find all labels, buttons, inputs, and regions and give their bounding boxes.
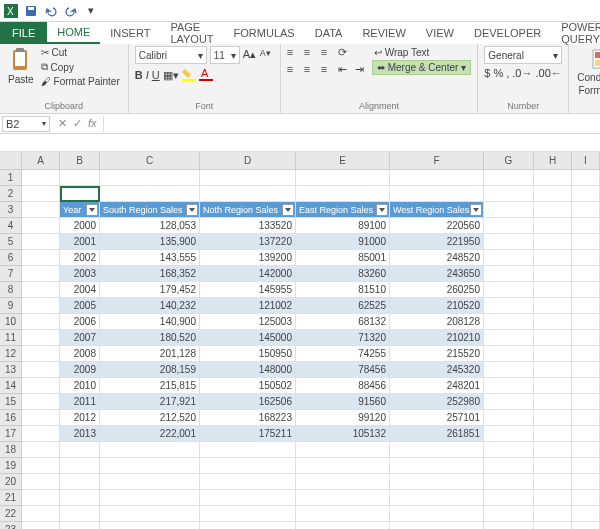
table-cell[interactable]: 212,520 bbox=[100, 410, 200, 426]
tab-developer[interactable]: DEVELOPER bbox=[464, 22, 551, 44]
cell[interactable] bbox=[572, 442, 600, 458]
table-header-south[interactable]: South Region Sales bbox=[100, 202, 200, 218]
table-cell[interactable]: 83260 bbox=[296, 266, 390, 282]
row-header[interactable]: 1 bbox=[0, 170, 22, 186]
tab-page-layout[interactable]: PAGE LAYOUT bbox=[160, 22, 223, 44]
table-cell[interactable]: 257101 bbox=[390, 410, 484, 426]
table-cell[interactable]: 179,452 bbox=[100, 282, 200, 298]
shrink-font-icon[interactable]: A▾ bbox=[260, 48, 274, 62]
row-header[interactable]: 20 bbox=[0, 474, 22, 490]
formula-bar-input[interactable] bbox=[103, 116, 600, 132]
cell[interactable] bbox=[390, 490, 484, 506]
table-cell[interactable]: 145000 bbox=[200, 330, 296, 346]
cell[interactable] bbox=[22, 378, 60, 394]
cell[interactable] bbox=[22, 458, 60, 474]
cell[interactable] bbox=[200, 474, 296, 490]
merge-center-button[interactable]: ⬌Merge & Center▾ bbox=[372, 60, 472, 75]
cell[interactable] bbox=[484, 442, 534, 458]
row-header[interactable]: 6 bbox=[0, 250, 22, 266]
table-cell[interactable]: 142000 bbox=[200, 266, 296, 282]
table-cell[interactable]: 210210 bbox=[390, 330, 484, 346]
cell[interactable] bbox=[200, 442, 296, 458]
cell[interactable] bbox=[534, 202, 572, 218]
table-cell[interactable]: 71320 bbox=[296, 330, 390, 346]
cell[interactable] bbox=[390, 474, 484, 490]
undo-icon[interactable] bbox=[44, 4, 58, 18]
cell[interactable] bbox=[390, 170, 484, 186]
tab-file[interactable]: FILE bbox=[0, 22, 47, 44]
cell[interactable] bbox=[572, 282, 600, 298]
cell[interactable] bbox=[60, 490, 100, 506]
row-header[interactable]: 2 bbox=[0, 186, 22, 202]
cell[interactable] bbox=[100, 506, 200, 522]
table-cell[interactable]: 148000 bbox=[200, 362, 296, 378]
filter-dropdown-icon[interactable] bbox=[376, 204, 388, 216]
cell[interactable] bbox=[22, 202, 60, 218]
col-header[interactable]: G bbox=[484, 152, 534, 170]
col-header[interactable]: A bbox=[22, 152, 60, 170]
cell[interactable] bbox=[200, 458, 296, 474]
cell[interactable] bbox=[572, 410, 600, 426]
cell[interactable] bbox=[100, 474, 200, 490]
cell[interactable] bbox=[572, 266, 600, 282]
table-cell[interactable]: 2013 bbox=[60, 426, 100, 442]
cell[interactable] bbox=[484, 474, 534, 490]
table-cell[interactable]: 150950 bbox=[200, 346, 296, 362]
table-cell[interactable]: 133520 bbox=[200, 218, 296, 234]
qat-more-icon[interactable]: ▾ bbox=[84, 4, 98, 18]
row-header[interactable]: 14 bbox=[0, 378, 22, 394]
table-cell[interactable]: 2006 bbox=[60, 314, 100, 330]
align-middle-icon[interactable]: ≡ bbox=[304, 46, 318, 60]
cell[interactable] bbox=[484, 186, 534, 202]
row-header[interactable]: 9 bbox=[0, 298, 22, 314]
cell[interactable] bbox=[484, 506, 534, 522]
cell[interactable] bbox=[484, 458, 534, 474]
cell[interactable] bbox=[22, 410, 60, 426]
cell[interactable] bbox=[22, 506, 60, 522]
align-right-icon[interactable]: ≡ bbox=[321, 63, 335, 77]
cell[interactable] bbox=[296, 442, 390, 458]
col-header[interactable]: F bbox=[390, 152, 484, 170]
border-button[interactable]: ▦▾ bbox=[163, 69, 179, 82]
table-cell[interactable]: 135,900 bbox=[100, 234, 200, 250]
table-cell[interactable]: 217,921 bbox=[100, 394, 200, 410]
cell[interactable] bbox=[484, 234, 534, 250]
cell[interactable] bbox=[572, 298, 600, 314]
row-header[interactable]: 16 bbox=[0, 410, 22, 426]
table-cell[interactable]: 2001 bbox=[60, 234, 100, 250]
table-cell[interactable]: 248201 bbox=[390, 378, 484, 394]
cell[interactable] bbox=[534, 442, 572, 458]
table-cell[interactable]: 180,520 bbox=[100, 330, 200, 346]
increase-decimal-icon[interactable]: .0→ bbox=[512, 67, 532, 79]
filter-dropdown-icon[interactable] bbox=[282, 204, 294, 216]
cell[interactable] bbox=[534, 234, 572, 250]
cell[interactable] bbox=[534, 250, 572, 266]
table-cell[interactable]: 261851 bbox=[390, 426, 484, 442]
cell[interactable] bbox=[60, 522, 100, 529]
cell[interactable] bbox=[296, 522, 390, 529]
cell[interactable] bbox=[484, 170, 534, 186]
table-cell[interactable]: 208,159 bbox=[100, 362, 200, 378]
cell[interactable] bbox=[484, 218, 534, 234]
cell[interactable] bbox=[484, 426, 534, 442]
cell[interactable] bbox=[296, 170, 390, 186]
align-left-icon[interactable]: ≡ bbox=[287, 63, 301, 77]
cell[interactable] bbox=[60, 458, 100, 474]
orientation-icon[interactable]: ⟳ bbox=[338, 46, 352, 60]
indent-inc-icon[interactable]: ⇥ bbox=[355, 63, 369, 77]
cell[interactable] bbox=[200, 170, 296, 186]
cell[interactable] bbox=[534, 170, 572, 186]
col-header[interactable]: D bbox=[200, 152, 296, 170]
table-cell[interactable]: 68132 bbox=[296, 314, 390, 330]
row-header[interactable]: 18 bbox=[0, 442, 22, 458]
table-cell[interactable]: 128,053 bbox=[100, 218, 200, 234]
italic-button[interactable]: I bbox=[146, 69, 149, 81]
cell[interactable] bbox=[200, 186, 296, 202]
row-header[interactable]: 5 bbox=[0, 234, 22, 250]
table-header-west[interactable]: West Region Sales bbox=[390, 202, 484, 218]
paste-button[interactable]: Paste bbox=[6, 46, 36, 87]
conditional-formatting-button[interactable]: Conditional Formatting bbox=[575, 46, 600, 98]
copy-button[interactable]: ⧉Copy bbox=[39, 60, 122, 74]
table-cell[interactable]: 162506 bbox=[200, 394, 296, 410]
cell[interactable] bbox=[484, 282, 534, 298]
